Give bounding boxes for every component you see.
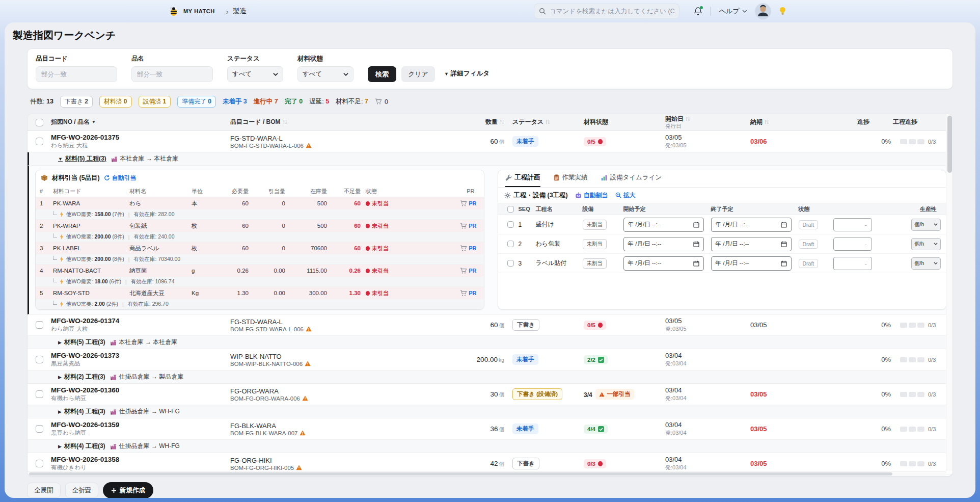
stat-counter-完了[interactable]: 完了 0	[285, 97, 303, 106]
notifications-button[interactable]	[694, 7, 702, 16]
process-select-all-checkbox[interactable]	[507, 206, 514, 213]
rate-input[interactable]: -	[833, 257, 872, 270]
stat-counter-未着手[interactable]: 未着手 3	[223, 97, 247, 106]
create-new-button[interactable]: 新規作成	[103, 482, 153, 498]
material-row[interactable]: 5 RM-SOY-STD 北海道産大豆 Kg 1.30 0.00 300.00 …	[36, 287, 484, 299]
pr-link[interactable]: PR	[419, 200, 480, 207]
chevron-down-icon	[934, 262, 938, 265]
equipment-unassigned-button[interactable]: 未割当	[583, 239, 607, 249]
issue-date: 発:03/04	[665, 360, 750, 367]
progress-block	[900, 461, 907, 466]
horizontal-scrollbar[interactable]	[28, 471, 946, 476]
end-datetime-input[interactable]: 年 /月/日 --:--	[711, 256, 792, 271]
rate-unit-select[interactable]: 個/h	[911, 257, 941, 270]
stat-badge-準備完了[interactable]: 準備完了0	[177, 96, 216, 108]
detail-toggle[interactable]: ▶材料(4) 工程(3)	[58, 442, 105, 451]
auto-assign-button[interactable]: 自動割当	[575, 191, 608, 200]
row-checkbox[interactable]	[36, 356, 43, 363]
work-order-row[interactable]: MFG-WO-2026-01374わら納豆 大粒 FG-STD-WARA-LBO…	[28, 314, 952, 336]
rate-input[interactable]: -	[833, 237, 872, 251]
clear-button[interactable]: クリア	[401, 66, 435, 82]
equipment-unassigned-button[interactable]: 未割当	[583, 220, 607, 230]
bom-code: BOM-WIP-BLK-NATTO-006	[230, 361, 303, 367]
detail-toggle[interactable]: ▼材料(5) 工程(3)	[58, 154, 106, 163]
column-header-0[interactable]: 指図NO / 品名▼	[51, 119, 230, 126]
detail-toggle[interactable]: ▶材料(4) 工程(3)	[58, 407, 105, 416]
rate-unit-select[interactable]: 個/h	[911, 238, 941, 250]
pr-link[interactable]: PR	[419, 290, 480, 297]
quantity-unit: 個	[499, 139, 505, 145]
equipment-unassigned-button[interactable]: 未割当	[583, 258, 607, 269]
work-order-row[interactable]: MFG-WO-2026-01359黒豆わら納豆 FG-BLK-WARABOM-F…	[28, 418, 952, 440]
pr-link[interactable]: PR	[419, 245, 480, 252]
rate-input[interactable]: -	[833, 218, 872, 231]
end-datetime-input[interactable]: 年 /月/日 --:--	[711, 237, 792, 251]
start-datetime-input[interactable]: 年 /月/日 --:--	[623, 256, 704, 271]
vertical-scrollbar-thumb[interactable]	[947, 116, 952, 173]
row-checkbox[interactable]	[36, 425, 43, 433]
row-checkbox[interactable]	[36, 321, 43, 329]
user-avatar[interactable]	[755, 4, 771, 19]
stat-cart[interactable]: 0	[375, 98, 388, 105]
row-checkbox[interactable]	[36, 138, 43, 145]
process-row-checkbox[interactable]	[507, 241, 514, 247]
row-checkbox[interactable]	[36, 390, 43, 398]
material-row[interactable]: 4 RM-NATTO-BACT 納豆菌 g 0.26 0.00 1115.00 …	[36, 265, 484, 277]
breadcrumb-manufacturing[interactable]: 製造	[233, 7, 247, 16]
material-row[interactable]: 1 PK-WARA わら 本 60 0 500 60 未引当 PR	[36, 197, 484, 209]
warehouse-route-label: 仕掛品倉庫 → WH-FG	[119, 442, 180, 451]
work-order-row[interactable]: MFG-WO-2026-01360有機わら納豆 FG-ORG-WARABOM-F…	[28, 384, 952, 405]
detail-toggle[interactable]: ▶材料(5) 工程(3)	[58, 338, 105, 347]
select-all-checkbox[interactable]	[36, 119, 43, 126]
tab-2[interactable]: 設備タイムライン	[601, 173, 662, 187]
row-checkbox[interactable]	[36, 460, 43, 467]
stat-badge-設備済[interactable]: 設備済1	[139, 96, 171, 108]
help-menu[interactable]: ヘルプ	[719, 7, 747, 16]
filter-select-3[interactable]: すべて	[297, 66, 353, 82]
column-header-5[interactable]: 開始日発行日	[665, 116, 750, 129]
start-datetime-input[interactable]: 年 /月/日 --:--	[623, 218, 704, 232]
stat-badge-下書き[interactable]: 下書き2	[60, 96, 93, 108]
column-header-1[interactable]: 品目コード / BOM	[230, 119, 446, 126]
search-input[interactable]	[550, 8, 674, 15]
materials-column-6: 在庫量	[290, 188, 332, 195]
work-order-name: 黒豆蒸煮品	[51, 360, 230, 367]
material-name: 包装紙	[129, 222, 192, 230]
collapse-all-button[interactable]: 全折畳	[65, 483, 99, 498]
process-row-checkbox[interactable]	[507, 260, 514, 267]
detail-toggle[interactable]: ▶材料(2) 工程(3)	[58, 373, 105, 381]
advanced-filter-toggle[interactable]: ▼詳細フィルタ	[444, 69, 489, 82]
filter-input-1[interactable]	[131, 66, 213, 82]
logo-bee-icon[interactable]	[168, 6, 179, 17]
expand-all-button[interactable]: 全展開	[27, 483, 61, 498]
filter-label: 材料状態	[297, 55, 353, 63]
column-header-3[interactable]: ステータス	[512, 119, 584, 126]
filter-select-2[interactable]: すべて	[227, 66, 283, 82]
tab-0[interactable]: 工程計画	[505, 173, 540, 187]
column-header-6[interactable]: 納期	[750, 119, 857, 126]
filter-input-0[interactable]	[36, 66, 117, 82]
work-order-subrow: ▶材料(4) 工程(3) 仕掛品倉庫 → WH-FG	[28, 405, 952, 418]
auto-allocate-button[interactable]: 自動引当	[104, 174, 137, 182]
material-row[interactable]: 3 PK-LABEL 商品ラベル 枚 60 0 70600 60 未引当 PR	[36, 242, 484, 254]
work-order-row[interactable]: MFG-WO-2026-01375わら納豆 大粒 FG-STD-WARA-LBO…	[28, 131, 952, 152]
work-order-row[interactable]: MFG-WO-2026-01373黒豆蒸煮品 WIP-BLK-NATTOBOM-…	[28, 349, 952, 371]
stat-badge-材料済[interactable]: 材料済0	[99, 96, 132, 108]
rate-unit-select[interactable]: 個/h	[911, 219, 941, 231]
vertical-scrollbar[interactable]	[946, 114, 952, 471]
stat-counter-進行中[interactable]: 進行中 7	[254, 97, 278, 106]
pr-link[interactable]: PR	[419, 268, 480, 274]
pr-link[interactable]: PR	[419, 223, 480, 229]
command-search[interactable]	[534, 4, 679, 19]
start-datetime-input[interactable]: 年 /月/日 --:--	[623, 237, 704, 251]
logo-title[interactable]: MY HATCH	[183, 8, 215, 14]
process-row-checkbox[interactable]	[507, 221, 514, 228]
tab-1[interactable]: 作業実績	[554, 173, 588, 187]
search-button[interactable]: 検索	[368, 66, 396, 82]
zoom-button[interactable]: 拡大	[615, 191, 636, 200]
horizontal-scrollbar-thumb[interactable]	[29, 472, 892, 475]
end-datetime-input[interactable]: 年 /月/日 --:--	[711, 218, 792, 232]
theme-lightbulb-button[interactable]	[779, 7, 786, 16]
column-header-2[interactable]: 数量	[446, 119, 512, 126]
material-row[interactable]: 2 PK-WRAP 包装紙 枚 60 0 500 60 未引当 PR	[36, 220, 484, 232]
